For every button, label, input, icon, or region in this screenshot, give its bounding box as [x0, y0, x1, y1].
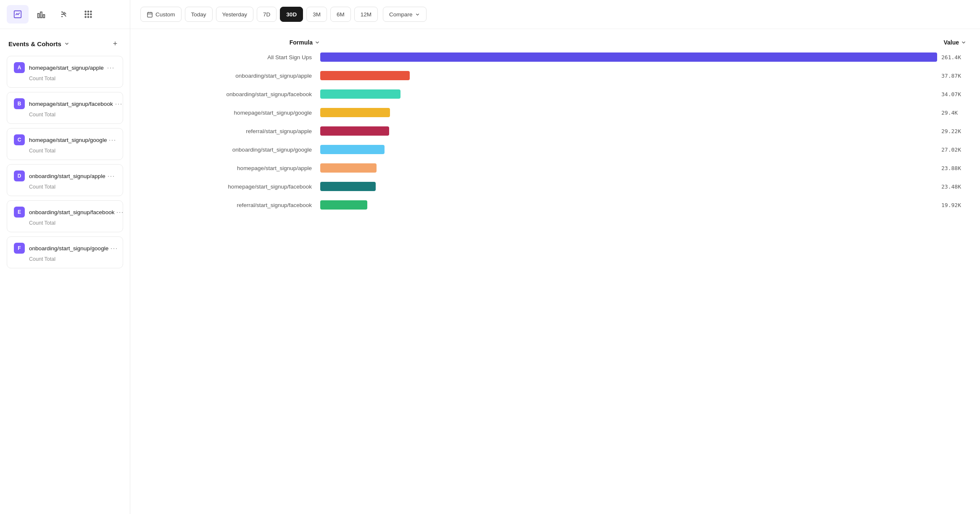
bar-chart-rows: All Start Sign Ups 261.4K onboarding/sta… [144, 52, 967, 210]
svg-point-9 [90, 14, 92, 15]
bar-track [320, 182, 937, 191]
nav-chart-icon[interactable] [7, 5, 29, 24]
formula-column-header[interactable]: Formula [144, 39, 320, 46]
bar-value: 261.4K [941, 54, 967, 60]
bar-row: homepage/start_signup/apple 23.88K [144, 163, 967, 173]
event-item-header: C homepage/start_signup/google ⋯ [14, 134, 116, 145]
section-title-text: Events & Cohorts [8, 40, 61, 47]
section-title[interactable]: Events & Cohorts [8, 40, 70, 47]
chart-header: Formula Value [144, 39, 967, 52]
event-meta: Count Total [14, 76, 116, 81]
event-item-header: B homepage/start_signup/facebook ⋯ [14, 98, 116, 109]
bar-value: 23.48K [941, 184, 967, 190]
3m-label: 3M [313, 11, 321, 18]
bar-container: 261.4K [320, 52, 967, 62]
event-more-button[interactable]: ⋯ [114, 207, 125, 218]
bar-track [320, 89, 937, 99]
formula-label: Formula [290, 39, 313, 46]
event-item-left: F onboarding/start_signup/google [14, 243, 108, 254]
7d-button[interactable]: 7D [257, 7, 277, 22]
event-badge: A [14, 62, 25, 73]
compare-button[interactable]: Compare [383, 7, 427, 22]
event-name: homepage/start_signup/apple [29, 65, 104, 71]
7d-label: 7D [263, 11, 270, 18]
6m-button[interactable]: 6M [330, 7, 351, 22]
bar-label: onboarding/start_signup/apple [144, 73, 320, 79]
bar-container: 23.48K [320, 182, 967, 191]
event-item: C homepage/start_signup/google ⋯ Count T… [7, 128, 123, 160]
event-meta: Count Total [14, 220, 116, 226]
events-cohorts-header: Events & Cohorts + [0, 29, 130, 56]
event-meta: Count Total [14, 112, 116, 118]
bar-fill [320, 126, 389, 136]
bar-row: referral/start_signup/apple 29.22K [144, 126, 967, 136]
bar-row: onboarding/start_signup/google 27.02K [144, 145, 967, 154]
add-event-button[interactable]: + [109, 37, 121, 50]
compare-label: Compare [389, 11, 413, 18]
event-item-left: D onboarding/start_signup/apple [14, 170, 105, 181]
today-label: Today [191, 11, 206, 18]
event-item-header: E onboarding/start_signup/facebook ⋯ [14, 207, 116, 218]
bar-row: homepage/start_signup/google 29.4K [144, 108, 967, 117]
30d-button[interactable]: 30D [280, 7, 303, 22]
event-more-button[interactable]: ⋯ [105, 62, 116, 73]
3m-button[interactable]: 3M [306, 7, 327, 22]
value-column-header[interactable]: Value [320, 39, 967, 46]
event-name: onboarding/start_signup/google [29, 245, 108, 252]
nav-grid-icon[interactable] [77, 5, 99, 24]
bar-row: All Start Sign Ups 261.4K [144, 52, 967, 62]
yesterday-label: Yesterday [222, 11, 248, 18]
event-list: A homepage/start_signup/apple ⋯ Count To… [0, 56, 130, 277]
bar-container: 27.02K [320, 145, 967, 154]
svg-point-8 [88, 14, 89, 15]
bar-label: All Start Sign Ups [144, 54, 320, 60]
bar-row: onboarding/start_signup/apple 37.87K [144, 71, 967, 80]
bar-container: 23.88K [320, 163, 967, 173]
event-more-button[interactable]: ⋯ [105, 170, 116, 181]
bar-label: homepage/start_signup/facebook [144, 184, 320, 190]
event-item-header: A homepage/start_signup/apple ⋯ [14, 62, 116, 73]
bar-track [320, 145, 937, 154]
bar-row: referral/start_signup/facebook 19.92K [144, 200, 967, 210]
event-name: homepage/start_signup/facebook [29, 101, 113, 107]
bar-fill [320, 163, 377, 173]
event-more-button[interactable]: ⋯ [113, 98, 124, 109]
event-item-header: D onboarding/start_signup/apple ⋯ [14, 170, 116, 181]
svg-rect-3 [43, 15, 45, 18]
bar-fill [320, 182, 376, 191]
chart-area: Formula Value All Start Sign Ups 261.4K … [130, 29, 980, 514]
today-button[interactable]: Today [185, 7, 213, 22]
bar-fill [320, 108, 390, 117]
svg-point-10 [85, 16, 86, 18]
svg-rect-13 [148, 12, 152, 17]
event-badge: E [14, 207, 25, 218]
custom-date-button[interactable]: Custom [140, 7, 182, 22]
bar-fill [320, 89, 400, 99]
yesterday-button[interactable]: Yesterday [216, 7, 254, 22]
event-item-left: A homepage/start_signup/apple [14, 62, 104, 73]
bar-container: 19.92K [320, 200, 967, 210]
bar-fill [320, 200, 367, 210]
bar-label: homepage/start_signup/google [144, 110, 320, 116]
event-item-left: E onboarding/start_signup/facebook [14, 207, 114, 218]
event-more-button[interactable]: ⋯ [108, 243, 119, 254]
nav-bar-icon[interactable] [30, 5, 52, 24]
event-meta: Count Total [14, 184, 116, 190]
bar-fill [320, 52, 937, 62]
event-badge: D [14, 170, 25, 181]
sidebar-top-nav [0, 0, 130, 29]
bar-fill [320, 145, 385, 154]
event-more-button[interactable]: ⋯ [107, 134, 118, 145]
bar-label: onboarding/start_signup/google [144, 147, 320, 153]
sidebar: Events & Cohorts + A homepage/start_sign… [0, 0, 130, 514]
bar-value: 37.87K [941, 73, 967, 79]
6m-label: 6M [337, 11, 345, 18]
bar-container: 34.07K [320, 89, 967, 99]
bar-track [320, 71, 937, 80]
nav-flow-icon[interactable] [54, 5, 76, 24]
bar-container: 37.87K [320, 71, 967, 80]
12m-button[interactable]: 12M [354, 7, 378, 22]
bar-fill [320, 71, 410, 80]
event-name: homepage/start_signup/google [29, 137, 107, 143]
12m-label: 12M [361, 11, 371, 18]
